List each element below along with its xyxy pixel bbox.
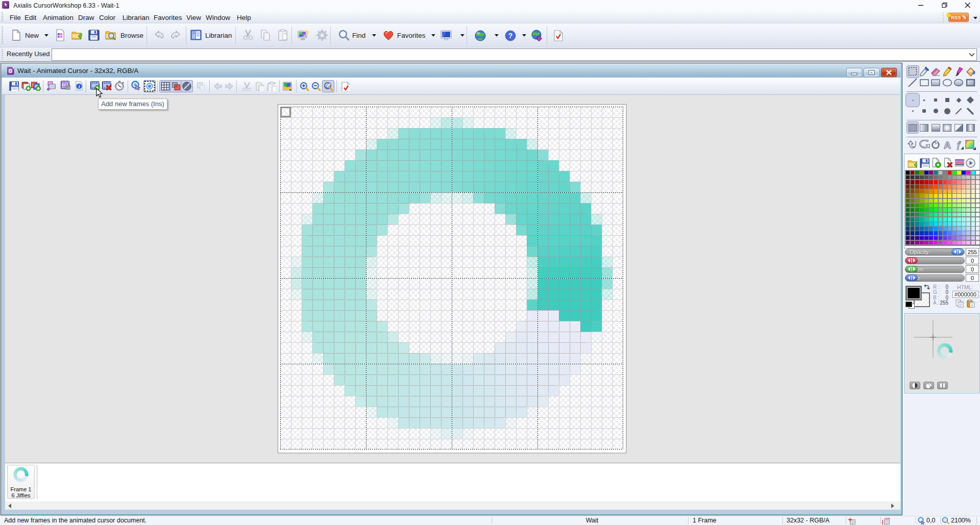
svg-text:i: i bbox=[79, 84, 80, 89]
svg-text:RSS: RSS bbox=[951, 15, 961, 20]
svg-text:?: ? bbox=[508, 32, 513, 40]
svg-text:A: A bbox=[944, 140, 951, 150]
svg-text:f: f bbox=[957, 140, 961, 150]
